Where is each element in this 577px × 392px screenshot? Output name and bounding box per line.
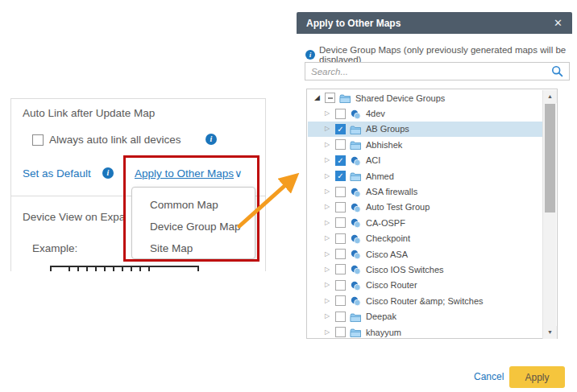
folder-icon	[350, 125, 362, 135]
checkbox[interactable]: ✓	[335, 171, 346, 181]
checkbox[interactable]	[325, 93, 335, 103]
scroll-down-icon[interactable]: ▼	[543, 326, 557, 339]
tree-item-label: Auto Test Group	[366, 202, 430, 212]
checkbox[interactable]	[335, 327, 346, 337]
caret-collapsed-icon[interactable]: ▷	[325, 235, 331, 241]
checkbox[interactable]	[335, 264, 346, 274]
device-group-icon	[350, 296, 362, 307]
caret-collapsed-icon[interactable]: ▷	[325, 298, 331, 304]
example-preview-clipped	[50, 266, 199, 271]
caret-collapsed-icon[interactable]: ▷	[325, 220, 331, 226]
caret-collapsed-icon[interactable]: ▷	[325, 204, 331, 210]
dropdown-item[interactable]: Device Group Map	[132, 216, 255, 237]
caret-collapsed-icon[interactable]: ▷	[325, 251, 331, 258]
always-auto-link-checkbox[interactable]	[32, 134, 44, 146]
apply-maps-dropdown-menu: Common MapDevice Group MapSite Map	[131, 187, 255, 259]
tree-item-label: 4dev	[366, 109, 385, 118]
caret-collapsed-icon[interactable]: ▷	[325, 157, 331, 163]
info-icon[interactable]: i	[102, 167, 114, 179]
tree-item[interactable]: ▷✓Ahmed	[308, 168, 544, 184]
caret-collapsed-icon[interactable]: ▷	[325, 173, 331, 179]
search-input[interactable]	[311, 67, 551, 76]
tree-item-label: Cisco Router	[366, 280, 417, 290]
device-group-icon	[350, 203, 362, 213]
device-group-icon	[350, 281, 362, 291]
checkbox[interactable]	[335, 295, 346, 306]
scroll-up-icon[interactable]: ▲	[543, 90, 557, 103]
set-as-default-link[interactable]: Set as Default	[23, 167, 91, 179]
checkbox[interactable]	[335, 109, 346, 119]
example-label: Example:	[32, 242, 77, 254]
tree-item[interactable]: ▷Cisco Router	[308, 278, 544, 293]
caret-collapsed-icon[interactable]: ▷	[325, 142, 331, 148]
checkbox[interactable]	[335, 139, 346, 150]
tree-item[interactable]: ▷Cisco Router &amp; Switches	[308, 293, 544, 308]
close-icon[interactable]: ✕	[554, 18, 562, 28]
folder-icon	[350, 140, 362, 151]
device-group-icon	[350, 218, 362, 229]
apply-to-other-maps-link[interactable]: Apply to Other Maps	[135, 167, 234, 179]
checkbox[interactable]	[335, 202, 346, 213]
tree-item-label: Cisco ASA	[366, 250, 408, 259]
tree-item-label: Cisco IOS Switches	[366, 265, 444, 274]
tree-item[interactable]: ▷✓ACI	[308, 153, 544, 168]
device-group-icon	[350, 156, 362, 167]
caret-expanded-icon[interactable]: ◢	[314, 94, 321, 101]
device-group-icon	[350, 265, 362, 275]
scrollbar[interactable]: ▲ ▼	[542, 90, 556, 339]
device-group-icon	[350, 234, 362, 245]
tree-item[interactable]: ▷✓AB Groups	[308, 122, 544, 137]
tree-item-label: Cisco Router &amp; Switches	[366, 296, 484, 306]
tree-item[interactable]: ▷4dev	[308, 105, 544, 121]
checkbox[interactable]	[335, 249, 346, 259]
device-group-tree: ◢Shared Device Groups▷4dev▷✓AB Groups▷Ab…	[306, 89, 558, 339]
checkbox[interactable]	[335, 280, 346, 291]
checkbox[interactable]: ✓	[335, 155, 346, 166]
caret-collapsed-icon[interactable]: ▷	[325, 188, 331, 195]
tree-item[interactable]: ▷Cisco IOS Switches	[308, 262, 544, 277]
tree-root-row[interactable]: ◢Shared Device Groups	[308, 90, 544, 105]
caret-collapsed-icon[interactable]: ▷	[325, 282, 331, 288]
tree-item[interactable]: ▷Abhishek	[308, 137, 544, 152]
dropdown-item[interactable]: Site Map	[132, 237, 255, 259]
tree-item-label: Deepak	[366, 312, 396, 321]
tree-item[interactable]: ▷CA-OSPF	[308, 215, 544, 230]
tree-item-label: Checkpoint	[366, 233, 410, 243]
tree-item[interactable]: ▷ASA firewalls	[308, 184, 544, 199]
caret-collapsed-icon[interactable]: ▷	[325, 110, 331, 117]
tree-item[interactable]: ▷Auto Test Group	[308, 200, 544, 215]
tree-item[interactable]: ▷Deepak	[308, 308, 544, 324]
caret-collapsed-icon[interactable]: ▷	[325, 126, 331, 132]
caret-collapsed-icon[interactable]: ▷	[325, 329, 331, 336]
tree-item[interactable]: ▷Checkpoint	[308, 231, 544, 246]
search-box	[305, 62, 570, 80]
checkbox[interactable]	[335, 187, 346, 197]
modal-title: Apply to Other Maps	[306, 18, 401, 29]
dropdown-item[interactable]: Common Map	[132, 194, 255, 216]
checkbox[interactable]	[335, 217, 346, 228]
info-icon: i	[305, 50, 315, 60]
checkbox[interactable]	[335, 312, 346, 322]
example-ticks	[61, 267, 150, 271]
always-auto-link-label: Always auto link all devices	[49, 134, 181, 146]
folder-icon	[339, 93, 351, 104]
info-icon[interactable]: i	[205, 134, 217, 145]
search-icon[interactable]	[551, 65, 563, 77]
tree-item-label: CA-OSPF	[366, 218, 405, 228]
tree-item-label: Shared Device Groups	[355, 93, 445, 103]
folder-icon	[350, 171, 362, 182]
tree-item-label: khayyum	[366, 328, 401, 337]
tree-item-label: ACI	[366, 155, 380, 165]
tree-item[interactable]: ▷khayyum	[308, 324, 544, 339]
scrollbar-thumb[interactable]	[545, 104, 555, 213]
tree-item-label: Abhishek	[366, 140, 402, 150]
checkbox[interactable]	[335, 233, 346, 244]
caret-collapsed-icon[interactable]: ▷	[325, 266, 331, 273]
apply-button[interactable]: Apply	[509, 366, 565, 388]
cancel-button[interactable]: Cancel	[474, 371, 504, 382]
caret-collapsed-icon[interactable]: ▷	[325, 313, 331, 320]
device-group-icon	[350, 188, 362, 198]
checkbox[interactable]: ✓	[335, 124, 346, 134]
tree-item[interactable]: ▷Cisco ASA	[308, 246, 544, 262]
folder-icon	[350, 328, 362, 338]
